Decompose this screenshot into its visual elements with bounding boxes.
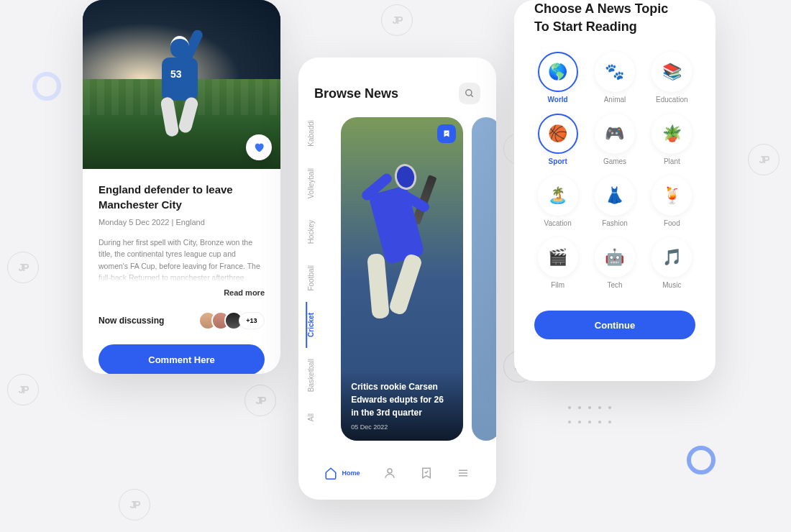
search-button[interactable] bbox=[459, 83, 480, 104]
football-player-graphic: 53 bbox=[147, 22, 219, 165]
news-card-headline: Critics rookie Carsen Edwards edupts for… bbox=[351, 380, 453, 419]
article-hero-image: 53 bbox=[83, 0, 280, 169]
category-tabs-vertical: AllBasketballCricketFootballHockeyVolley… bbox=[306, 117, 325, 441]
news-card[interactable]: Critics rookie Carsen Edwards edupts for… bbox=[341, 117, 463, 441]
background-ring bbox=[32, 72, 61, 101]
topic-vacation[interactable]: 🏝️Vacation bbox=[534, 175, 581, 227]
category-tab-cricket[interactable]: Cricket bbox=[306, 302, 325, 348]
article-body: During her first spell with City, Bronze… bbox=[99, 237, 265, 283]
svg-line-1 bbox=[471, 95, 473, 97]
topic-film[interactable]: 🎬Film bbox=[534, 237, 581, 289]
extra-count-pill: +13 bbox=[239, 312, 265, 329]
topic-games[interactable]: 🎮Games bbox=[591, 114, 638, 165]
now-discussing-label: Now discussing bbox=[99, 316, 164, 326]
topic-label: Sport bbox=[549, 157, 567, 165]
nav-profile[interactable] bbox=[383, 467, 396, 480]
background-dots bbox=[568, 406, 618, 428]
topic-icon: 🐾 bbox=[595, 52, 635, 92]
watermark-jp: JP bbox=[748, 144, 779, 175]
continue-button[interactable]: Continue bbox=[534, 311, 695, 339]
background-ring bbox=[687, 446, 715, 474]
topic-icon: 🪴 bbox=[651, 114, 692, 154]
topic-world[interactable]: 🌎World bbox=[534, 52, 581, 104]
bookmark-button[interactable] bbox=[437, 124, 456, 143]
topic-plant[interactable]: 🪴Plant bbox=[649, 114, 695, 165]
menu-icon bbox=[457, 467, 470, 480]
topic-label: Music bbox=[662, 281, 681, 289]
topic-education[interactable]: 📚Education bbox=[649, 52, 695, 104]
topic-icon: 🏀 bbox=[538, 114, 578, 154]
svg-point-2 bbox=[388, 469, 392, 473]
article-title: England defender to leave Manchester Cit… bbox=[99, 182, 265, 212]
nav-home-label: Home bbox=[342, 469, 360, 477]
category-tab-all[interactable]: All bbox=[306, 403, 325, 432]
topic-icon: 🍹 bbox=[651, 175, 692, 216]
category-tab-kabaddi[interactable]: Kabaddi bbox=[306, 109, 325, 157]
topic-icon: 👗 bbox=[595, 175, 635, 216]
topics-grid: 🌎World🐾Animal📚Education🏀Sport🎮Games🪴Plan… bbox=[514, 52, 715, 289]
watermark-jp: JP bbox=[381, 4, 413, 36]
favorite-button[interactable] bbox=[246, 134, 272, 160]
watermark-jp: JP bbox=[7, 252, 39, 283]
topic-fashion[interactable]: 👗Fashion bbox=[591, 175, 638, 227]
topics-title-line2: To Start Reading bbox=[534, 18, 695, 36]
discussing-avatars[interactable]: +13 bbox=[204, 311, 265, 330]
read-more-link[interactable]: Read more bbox=[99, 288, 265, 297]
topic-label: Fashion bbox=[602, 219, 628, 227]
category-tab-hockey[interactable]: Hockey bbox=[306, 209, 325, 254]
category-tab-football[interactable]: Football bbox=[306, 254, 325, 302]
topic-label: Vacation bbox=[544, 219, 572, 227]
home-icon bbox=[324, 467, 337, 480]
watermark-jp: JP bbox=[244, 385, 276, 416]
topic-animal[interactable]: 🐾Animal bbox=[591, 52, 638, 104]
topic-sport[interactable]: 🏀Sport bbox=[534, 114, 581, 165]
topic-label: Tech bbox=[607, 281, 622, 289]
comment-button[interactable]: Comment Here bbox=[99, 344, 265, 374]
browse-title: Browse News bbox=[314, 86, 398, 101]
nav-home[interactable]: Home bbox=[324, 467, 360, 480]
bookmark-icon bbox=[420, 467, 433, 480]
topic-music[interactable]: 🎵Music bbox=[649, 237, 695, 289]
article-meta: Monday 5 Dec 2022 | England bbox=[99, 218, 265, 226]
topic-icon: 🌎 bbox=[538, 52, 578, 92]
topic-label: Film bbox=[551, 281, 564, 289]
topic-label: Plant bbox=[664, 157, 680, 165]
watermark-jp: JP bbox=[7, 374, 39, 405]
article-detail-screen: 53 England defender to leave Manchester … bbox=[83, 0, 280, 374]
topic-icon: 🎮 bbox=[595, 114, 635, 154]
search-icon bbox=[465, 88, 475, 98]
topic-icon: 🤖 bbox=[595, 237, 635, 278]
bookmark-check-icon bbox=[442, 129, 451, 138]
topic-icon: 🎵 bbox=[651, 237, 692, 278]
topic-chooser-screen: Choose A News Topic To Start Reading 🌎Wo… bbox=[514, 0, 715, 381]
topic-icon: 🏝️ bbox=[538, 175, 578, 216]
topic-label: Food bbox=[664, 219, 680, 227]
category-tab-volleyball[interactable]: Volleyball bbox=[306, 157, 325, 209]
topics-title: Choose A News Topic To Start Reading bbox=[514, 0, 715, 52]
nav-saved[interactable] bbox=[420, 467, 433, 480]
bottom-nav: Home bbox=[298, 446, 496, 500]
svg-point-0 bbox=[466, 90, 472, 96]
topic-tech[interactable]: 🤖Tech bbox=[591, 237, 638, 289]
topics-title-line1: Choose A News Topic bbox=[534, 0, 695, 18]
topic-label: Education bbox=[656, 96, 687, 104]
category-tab-basketball[interactable]: Basketball bbox=[306, 348, 325, 403]
topic-icon: 📚 bbox=[651, 52, 692, 92]
topic-label: World bbox=[548, 96, 568, 104]
topic-label: Games bbox=[603, 157, 626, 165]
news-card-date: 05 Dec 2022 bbox=[351, 423, 453, 431]
topic-icon: 🎬 bbox=[538, 237, 578, 278]
browse-news-screen: Browse News AllBasketballCricketFootball… bbox=[298, 58, 496, 500]
nav-menu[interactable] bbox=[457, 467, 470, 480]
user-icon bbox=[383, 467, 396, 480]
topic-food[interactable]: 🍹Food bbox=[649, 175, 695, 227]
news-card-peek[interactable] bbox=[472, 117, 496, 441]
heart-icon bbox=[253, 142, 265, 153]
jersey-number: 53 bbox=[170, 68, 182, 80]
topic-label: Animal bbox=[604, 96, 626, 104]
cricket-player-graphic bbox=[355, 146, 449, 347]
watermark-jp: JP bbox=[119, 489, 150, 520]
